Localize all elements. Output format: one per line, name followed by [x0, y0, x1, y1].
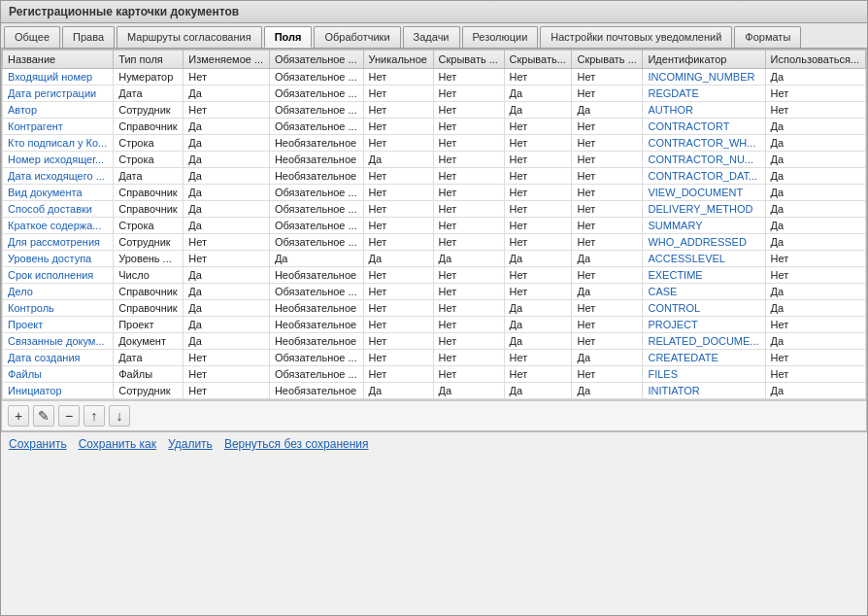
cell-12-2: Да	[184, 267, 270, 284]
cell-4-3: Необязательное	[269, 135, 363, 152]
cell-5-2: Да	[184, 152, 270, 168]
cell-2-1: Сотрудник	[114, 102, 184, 119]
tab-notifications[interactable]: Настройки почтовых уведомлений	[540, 26, 732, 48]
cell-1-6: Да	[504, 86, 572, 102]
table-row[interactable]: ИнициаторСотрудникНетНеобязательноеДаДаД…	[3, 383, 866, 399]
cell-1-4: Нет	[363, 86, 433, 102]
table-row[interactable]: Кто подписал у Ко...СтрокаДаНеобязательн…	[3, 135, 866, 152]
cell-0-4: Нет	[363, 69, 433, 86]
table-toolbar: + ✎ − ↑ ↓	[2, 400, 866, 430]
cell-3-4: Нет	[363, 119, 433, 135]
cell-13-8: CASE	[643, 284, 765, 300]
cell-4-1: Строка	[114, 135, 184, 152]
cell-5-0: Номер исходящег...	[3, 152, 114, 168]
cell-0-7: Нет	[572, 69, 643, 86]
col-header-6: Скрывать...	[504, 51, 572, 69]
move-up-button[interactable]: ↑	[83, 405, 105, 427]
cell-11-4: Да	[363, 251, 433, 267]
tab-routes[interactable]: Маршруты согласования	[117, 26, 262, 48]
cell-3-2: Да	[184, 119, 270, 135]
cell-3-1: Справочник	[114, 119, 184, 135]
cell-0-2: Нет	[184, 69, 270, 86]
cell-14-5: Нет	[433, 300, 504, 317]
cell-11-8: ACCESSLEVEL	[643, 251, 765, 267]
cell-1-8: REGDATE	[643, 86, 765, 102]
save-button[interactable]: Сохранить	[9, 437, 67, 451]
cell-16-0: Связанные докум...	[3, 333, 114, 350]
cell-0-6: Нет	[504, 69, 572, 86]
edit-row-button[interactable]: ✎	[33, 405, 54, 427]
table-row[interactable]: Номер исходящег...СтрокаДаНеобязательное…	[3, 152, 866, 168]
table-row[interactable]: Для рассмотренияСотрудникНетОбязательное…	[3, 234, 866, 251]
cell-7-3: Обязательное ...	[269, 185, 363, 201]
cell-15-8: PROJECT	[643, 317, 765, 333]
table-row[interactable]: Срок исполненияЧислоДаНеобязательноеНетН…	[3, 267, 866, 284]
cell-9-1: Строка	[114, 218, 184, 234]
save-as-button[interactable]: Сохранить как	[79, 437, 156, 451]
cell-1-1: Дата	[114, 86, 184, 102]
cell-0-5: Нет	[433, 69, 504, 86]
table-row[interactable]: КонтрагентСправочникДаОбязательное ...Не…	[3, 119, 866, 135]
table-row[interactable]: ФайлыФайлыНетОбязательное ...НетНетНетНе…	[3, 366, 866, 383]
cell-8-9: Да	[765, 201, 865, 218]
col-header-2: Изменяемое ...	[184, 51, 270, 69]
tab-resolutions[interactable]: Резолюции	[462, 26, 539, 48]
tab-tasks[interactable]: Задачи	[403, 26, 460, 48]
tab-handlers[interactable]: Обработчики	[314, 26, 400, 48]
tab-rights[interactable]: Права	[62, 26, 115, 48]
add-row-button[interactable]: +	[8, 405, 29, 427]
cell-0-8: INCOMING_NUMBER	[643, 69, 765, 86]
table-row[interactable]: Способ доставкиСправочникДаОбязательное …	[3, 201, 866, 218]
table-row[interactable]: Уровень доступаУровень ...НетДаДаДаДаДаA…	[3, 251, 866, 267]
table-row[interactable]: Краткое содержа...СтрокаДаОбязательное .…	[3, 218, 866, 234]
table-row[interactable]: ПроектПроектДаНеобязательноеНетНетДаНетP…	[3, 317, 866, 333]
table-row[interactable]: Связанные докум...ДокументДаНеобязательн…	[3, 333, 866, 350]
col-header-8: Идентификатор	[643, 51, 765, 69]
cell-11-6: Да	[504, 251, 572, 267]
cell-15-0: Проект	[3, 317, 114, 333]
delete-row-button[interactable]: −	[58, 405, 80, 427]
col-header-7: Скрывать ...	[572, 51, 643, 69]
cell-4-8: CONTRACTOR_WH...	[643, 135, 765, 152]
cell-8-8: DELIVERY_METHOD	[643, 201, 765, 218]
cell-6-7: Нет	[572, 168, 643, 185]
cell-5-8: CONTRACTOR_NU...	[643, 152, 765, 168]
cell-2-5: Нет	[433, 102, 504, 119]
cell-7-9: Да	[765, 185, 865, 201]
content-area: НазваниеТип поляИзменяемое ...Обязательн…	[1, 49, 867, 431]
tab-formats[interactable]: Форматы	[734, 26, 801, 48]
cell-10-7: Нет	[572, 234, 643, 251]
cell-10-1: Сотрудник	[114, 234, 184, 251]
cell-3-0: Контрагент	[3, 119, 114, 135]
table-row[interactable]: Вид документаСправочникДаОбязательное ..…	[3, 185, 866, 201]
cell-17-8: CREATEDATE	[643, 350, 765, 366]
cell-13-0: Дело	[3, 284, 114, 300]
cell-8-2: Да	[184, 201, 270, 218]
tab-general[interactable]: Общее	[4, 26, 60, 48]
delete-button[interactable]: Удалить	[168, 437, 213, 451]
cell-15-3: Необязательное	[269, 317, 363, 333]
back-button[interactable]: Вернуться без сохранения	[224, 437, 369, 451]
cell-18-2: Нет	[184, 366, 270, 383]
cell-5-1: Строка	[114, 152, 184, 168]
table-row[interactable]: Дата созданияДатаНетОбязательное ...НетН…	[3, 350, 866, 366]
table-row[interactable]: КонтрольСправочникДаНеобязательноеНетНет…	[3, 300, 866, 317]
cell-11-3: Да	[269, 251, 363, 267]
cell-6-9: Да	[765, 168, 865, 185]
cell-7-0: Вид документа	[3, 185, 114, 201]
cell-10-2: Нет	[184, 234, 270, 251]
table-row[interactable]: Дата исходящего ...ДатаДаНеобязательноеН…	[3, 168, 866, 185]
move-down-button[interactable]: ↓	[109, 405, 130, 427]
table-row[interactable]: Дата регистрацииДатаДаОбязательное ...Не…	[3, 86, 866, 102]
table-row[interactable]: ДелоСправочникДаОбязательное ...НетНетНе…	[3, 284, 866, 300]
cell-6-8: CONTRACTOR_DAT...	[643, 168, 765, 185]
col-header-3: Обязательное ...	[269, 51, 363, 69]
cell-8-0: Способ доставки	[3, 201, 114, 218]
cell-6-4: Нет	[363, 168, 433, 185]
cell-12-4: Нет	[363, 267, 433, 284]
fields-table: НазваниеТип поляИзменяемое ...Обязательн…	[2, 50, 866, 399]
table-row[interactable]: АвторСотрудникНетОбязательное ...НетНетД…	[3, 102, 866, 119]
tab-fields[interactable]: Поля	[264, 26, 313, 48]
cell-12-1: Число	[114, 267, 184, 284]
table-row[interactable]: Входящий номерНумераторНетОбязательное .…	[3, 69, 866, 86]
